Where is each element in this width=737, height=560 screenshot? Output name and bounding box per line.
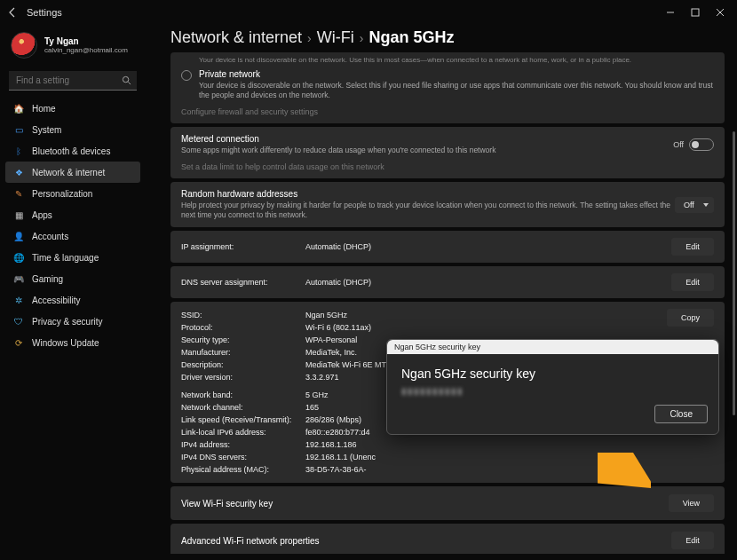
detail-key: IPv4 DNS servers:	[181, 453, 305, 461]
sidebar-item-privacy-security[interactable]: 🛡Privacy & security	[5, 311, 140, 332]
private-network-title: Private network	[199, 69, 714, 79]
detail-key: Network band:	[181, 390, 305, 399]
sidebar-item-bluetooth-devices[interactable]: ᛒBluetooth & devices	[5, 140, 140, 162]
advanced-row: Advanced Wi-Fi network properties Edit	[170, 524, 725, 554]
detail-key: IPv4 address:	[181, 440, 305, 449]
breadcrumb: Network & internet › Wi-Fi › Ngan 5GHz	[170, 28, 730, 47]
content: Network & internet › Wi-Fi › Ngan 5GHz Y…	[146, 25, 737, 560]
detail-key: Driver version:	[181, 373, 305, 382]
nav-icon: 👤	[12, 230, 25, 242]
advanced-edit-button[interactable]: Edit	[671, 532, 714, 549]
sidebar-item-network-internet[interactable]: ❖Network & internet	[5, 162, 140, 183]
nav-list: 🏠Home▭SystemᛒBluetooth & devices❖Network…	[5, 98, 140, 353]
minimize-icon[interactable]	[666, 8, 675, 17]
detail-value: MediaTek, Inc.	[305, 348, 357, 357]
detail-row: Protocol:Wi-Fi 6 (802.11ax)	[181, 321, 667, 334]
detail-value: 3.3.2.971	[305, 373, 339, 382]
back-icon[interactable]	[7, 7, 18, 18]
metered-title: Metered connection	[181, 134, 673, 144]
window-title: Settings	[27, 7, 666, 18]
user-email: calvin_ngan@hotmail.com	[44, 46, 128, 54]
user-block[interactable]: Ty Ngan calvin_ngan@hotmail.com	[5, 28, 140, 67]
nav-icon: ▭	[12, 123, 25, 136]
ip-row: IP assignment:Automatic (DHCP) Edit	[170, 231, 725, 263]
dns-label: DNS server assignment:	[181, 278, 305, 287]
window-controls	[666, 8, 730, 17]
nav-label: Home	[32, 104, 56, 114]
svg-point-1	[123, 76, 128, 82]
detail-row: IPv4 DNS servers:192.168.1.1 (Unenc	[181, 451, 714, 463]
detail-key: Network channel:	[181, 403, 305, 412]
nav-icon: ᛒ	[12, 145, 25, 157]
ip-edit-button[interactable]: Edit	[671, 238, 714, 256]
nav-label: Network & internet	[32, 168, 105, 177]
view-key-label: View Wi-Fi security key	[181, 499, 669, 509]
detail-key: SSID:	[181, 311, 305, 319]
sidebar: Ty Ngan calvin_ngan@hotmail.com 🏠Home▭Sy…	[0, 25, 146, 560]
nav-label: Gaming	[32, 274, 63, 284]
firewall-link[interactable]: Configure firewall and security settings	[181, 107, 714, 116]
dialog-close-button[interactable]: Close	[654, 405, 708, 423]
sidebar-item-accounts[interactable]: 👤Accounts	[5, 225, 140, 247]
detail-value: 165	[305, 403, 319, 412]
crumb-wifi[interactable]: Wi-Fi	[317, 28, 354, 47]
metered-card: Metered connection Some apps might work …	[170, 127, 725, 178]
nav-icon: ⟳	[12, 336, 25, 349]
nav-icon: 🎮	[12, 272, 25, 285]
sidebar-item-gaming[interactable]: 🎮Gaming	[5, 268, 140, 289]
detail-key: Manufacturer:	[181, 348, 305, 357]
maximize-icon[interactable]	[691, 8, 700, 17]
avatar	[11, 32, 37, 59]
search-input[interactable]	[9, 71, 137, 91]
sidebar-item-time-language[interactable]: 🌐Time & language	[5, 247, 140, 268]
detail-key: Link speed (Receive/Transmit):	[181, 415, 305, 424]
crumb-current: Ngan 5GHz	[368, 28, 454, 47]
view-key-row: View Wi-Fi security key View	[170, 486, 725, 520]
sidebar-item-apps[interactable]: ▦Apps	[5, 204, 140, 225]
sidebar-item-system[interactable]: ▭System	[5, 119, 140, 140]
svg-rect-0	[692, 9, 699, 16]
titlebar: Settings	[0, 0, 737, 25]
nav-icon: 🌐	[12, 251, 25, 264]
metered-state: Off	[673, 140, 684, 149]
metered-desc: Some apps might work differently to redu…	[181, 146, 673, 155]
advanced-label: Advanced Wi-Fi network properties	[181, 536, 671, 546]
search-box[interactable]	[9, 71, 137, 91]
data-limit-link[interactable]: Set a data limit to help control data us…	[181, 162, 714, 171]
chevron-right-icon: ›	[307, 31, 312, 45]
nav-label: Accounts	[32, 232, 68, 241]
close-icon[interactable]	[716, 8, 725, 17]
nav-label: Time & language	[32, 253, 99, 263]
sidebar-item-personalization[interactable]: ✎Personalization	[5, 183, 140, 204]
nav-label: Bluetooth & devices	[32, 146, 110, 156]
metered-toggle[interactable]	[689, 138, 714, 151]
dns-edit-button[interactable]: Edit	[671, 273, 714, 291]
random-mac-desc: Help protect your privacy by making it h…	[181, 201, 675, 220]
profile-hint: Your device is not discoverable on the n…	[181, 54, 714, 69]
detail-key: Protocol:	[181, 323, 305, 332]
sidebar-item-home[interactable]: 🏠Home	[5, 98, 140, 119]
detail-row: IPv4 address:192.168.1.186	[181, 438, 714, 451]
detail-row: Physical address (MAC):38-D5-7A-38-6A-	[181, 463, 714, 476]
detail-value: 192.168.1.1 (Unenc	[305, 453, 376, 461]
detail-value: 5 GHz	[305, 390, 329, 399]
private-network-radio[interactable]	[181, 70, 192, 81]
sidebar-item-accessibility[interactable]: ✲Accessibility	[5, 289, 140, 311]
detail-key: Link-local IPv6 address:	[181, 428, 305, 437]
scroll-thumb[interactable]	[733, 131, 735, 415]
copy-button[interactable]: Copy	[667, 309, 714, 327]
nav-label: Personalization	[32, 189, 92, 199]
sidebar-item-windows-update[interactable]: ⟳Windows Update	[5, 332, 140, 353]
detail-value: 286/286 (Mbps)	[305, 415, 361, 424]
detail-key: Security type:	[181, 335, 305, 344]
view-key-button[interactable]: View	[669, 494, 714, 512]
nav-icon: ❖	[12, 166, 25, 178]
scrollbar[interactable]	[732, 25, 735, 560]
random-mac-select[interactable]: Off	[675, 197, 714, 213]
user-name: Ty Ngan	[44, 36, 128, 46]
detail-key: Physical address (MAC):	[181, 465, 305, 474]
detail-value: 192.168.1.186	[305, 440, 357, 449]
nav-icon: 🛡	[12, 315, 25, 327]
crumb-network[interactable]: Network & internet	[170, 28, 302, 47]
detail-row: SSID:Ngan 5GHz	[181, 309, 667, 321]
